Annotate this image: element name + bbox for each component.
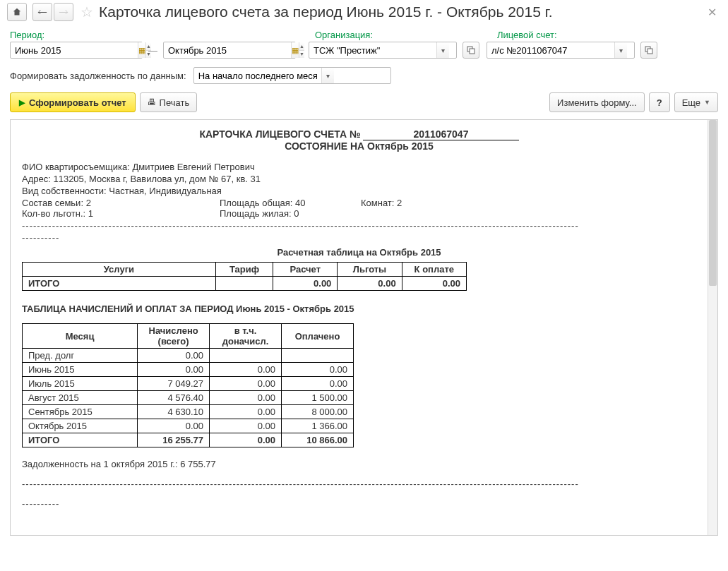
spin-down-icon[interactable]: ▼ — [299, 51, 304, 59]
calc-table-title: Расчетная таблица на Октябрь 2015 — [22, 247, 696, 258]
dropdown-icon[interactable]: ▾ — [321, 68, 334, 83]
table-row-total: ИТОГО16 255.770.0010 866.00 — [23, 433, 354, 447]
debt-source-label: Формировать задолженность по данным: — [10, 71, 186, 81]
home-button[interactable] — [7, 3, 27, 21]
table-row: Июнь 20150.000.000.00 — [23, 363, 354, 377]
calendar-icon[interactable]: ▦ — [138, 42, 145, 58]
close-button[interactable]: ✕ — [703, 6, 721, 19]
scrollbar[interactable] — [708, 120, 717, 535]
range-dash: — — [148, 45, 157, 56]
calendar-icon[interactable]: ▦ — [291, 42, 299, 58]
account-label: Лицевой счет: — [497, 30, 557, 40]
spin-up-icon[interactable]: ▲ — [299, 42, 304, 51]
table-row: Август 20154 576.400.001 500.00 — [23, 391, 354, 405]
account-input[interactable]: ▾ — [487, 42, 635, 59]
debt-line: Задолженность на 1 октября 2015 г.: 6 75… — [22, 459, 696, 469]
debt-source-select[interactable]: ▾ — [193, 67, 391, 84]
help-button[interactable]: ? — [649, 92, 670, 112]
play-icon: ▶ — [19, 98, 25, 107]
org-input[interactable]: ▾ — [309, 42, 457, 59]
report-area: КАРТОЧКА ЛИЦЕВОГО СЧЕТА № 2011067047 СОС… — [10, 119, 718, 536]
table-row: Октябрь 20150.000.001 366.00 — [23, 419, 354, 433]
chevron-down-icon: ▼ — [704, 99, 710, 106]
dropdown-icon[interactable]: ▾ — [436, 42, 449, 58]
report-status-line: СОСТОЯНИЕ НА Октябрь 2015 — [22, 140, 696, 152]
period-to-input[interactable]: ▦ ▲▼ — [163, 42, 296, 59]
period-label: Период: — [10, 30, 44, 40]
table-row: Сентябрь 20154 630.100.008 000.00 — [23, 405, 354, 419]
org-open-button[interactable] — [463, 42, 479, 59]
calc-table: Услуги Тариф Расчет Льготы К оплате ИТОГ… — [22, 262, 467, 291]
more-button[interactable]: Еще ▼ — [674, 92, 718, 112]
period-from-input[interactable]: ▦ ▲▼ — [10, 42, 143, 59]
generate-report-button[interactable]: ▶ Сформировать отчет — [10, 92, 136, 112]
favorite-star-icon[interactable]: ☆ — [80, 4, 93, 20]
table-row: Пред. долг0.00 — [23, 349, 354, 363]
svg-rect-1 — [470, 49, 475, 54]
org-label: Организация: — [315, 30, 373, 40]
page-title: Карточка лицевого счета за период Июнь 2… — [99, 4, 553, 20]
scrollbar-thumb[interactable] — [709, 120, 717, 286]
svg-rect-3 — [648, 49, 652, 54]
forward-button[interactable]: 🡒 — [54, 3, 73, 21]
print-button[interactable]: 🖶 Печать — [140, 92, 198, 112]
account-open-button[interactable] — [640, 42, 657, 59]
table-row: Июль 20157 049.270.000.00 — [23, 377, 354, 391]
report-header: КАРТОЧКА ЛИЦЕВОГО СЧЕТА № 2011067047 — [22, 128, 696, 140]
tenant-info: ФИО квартиросъемщика: Дмитриев Евгений П… — [22, 162, 696, 243]
accruals-table: Месяц Начислено (всего) в т.ч. доначисл.… — [22, 323, 354, 447]
dropdown-icon[interactable]: ▾ — [614, 42, 627, 58]
change-form-button[interactable]: Изменить форму... — [549, 92, 645, 112]
back-button[interactable]: 🡐 — [32, 3, 52, 21]
printer-icon: 🖶 — [148, 97, 156, 107]
accruals-title: ТАБЛИЦА НАЧИСЛЕНИЙ И ОПЛАТ ЗА ПЕРИОД Июн… — [22, 303, 696, 314]
